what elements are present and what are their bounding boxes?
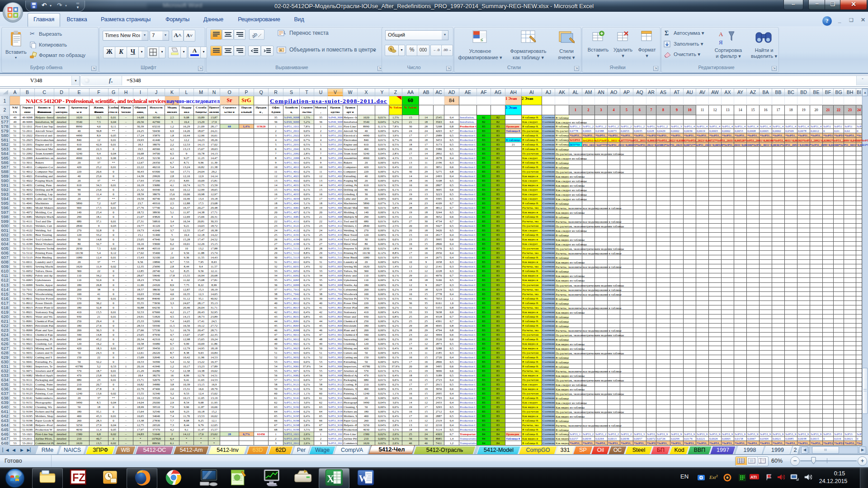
svg-text:2: 2 [716,474,718,478]
svg-text:А: А [719,31,723,38]
svg-text:X: X [327,473,334,484]
svg-text:Я: Я [719,39,723,46]
svg-text:Ext: Ext [709,474,717,480]
svg-text:FZ: FZ [72,472,85,483]
svg-text:W: W [359,473,368,484]
svg-text:ab: ab [252,32,258,38]
svg-text:ATI: ATI [750,475,757,479]
svg-text:≤: ≤ [481,37,483,42]
svg-text:a: a [280,48,282,52]
